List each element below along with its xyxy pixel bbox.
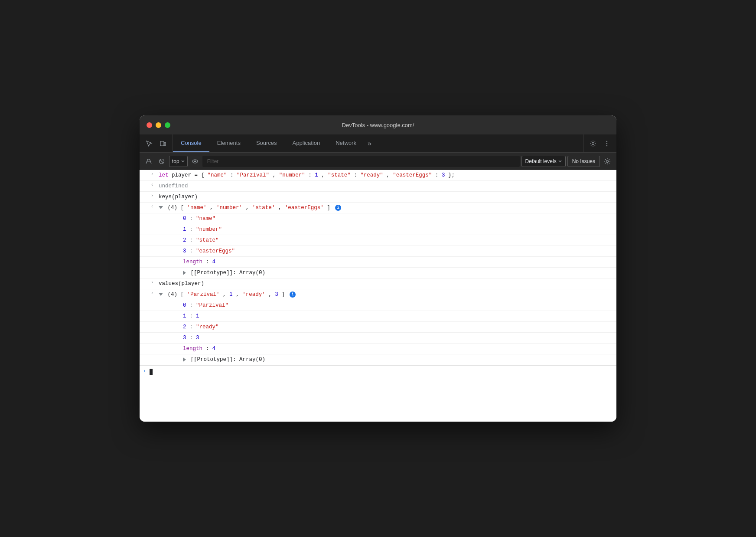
line-content-3: keys(player) xyxy=(157,193,613,201)
array-length-keys: length : 4 xyxy=(140,257,616,268)
array-item-2-state: 2 : "state" xyxy=(140,235,616,246)
inspect-element-icon[interactable] xyxy=(143,138,155,150)
maximize-button[interactable] xyxy=(165,122,170,128)
gutter-11: › xyxy=(140,279,157,286)
chevron-down-icon xyxy=(558,160,562,163)
expand-prototype-values-icon[interactable] xyxy=(183,357,186,362)
console-toolbar: top Default levels No Issues xyxy=(140,153,616,170)
console-output-undefined: ‹ undefined xyxy=(140,181,616,192)
values-length: length : 4 xyxy=(140,344,616,354)
line-content-10: [[Prototype]]: Array(0) xyxy=(166,268,613,277)
values-item-2-ready: 2 : "ready" xyxy=(140,322,616,333)
array-item-1-number: 1 : "number" xyxy=(140,224,616,235)
svg-point-8 xyxy=(194,160,196,162)
line-content-4: (4) [ 'name' , 'number' , 'state' , 'eas… xyxy=(157,203,613,212)
gutter-1: › xyxy=(140,171,157,178)
console-prompt[interactable]: › xyxy=(140,365,616,377)
line-content-2: undefined xyxy=(157,182,613,190)
gutter-2: ‹ xyxy=(140,182,157,189)
tab-application[interactable]: Application xyxy=(285,134,328,152)
close-button[interactable] xyxy=(147,122,152,128)
tabs: Console Elements Sources Application Net… xyxy=(173,134,583,152)
line-content-16: 3 : 3 xyxy=(166,334,613,342)
console-input-3: › values(player) xyxy=(140,278,616,289)
more-tabs-button[interactable]: » xyxy=(364,134,375,152)
line-content-1: let player = { "name" : "Parzival" , "nu… xyxy=(157,171,613,180)
clear-console-icon[interactable] xyxy=(143,156,154,167)
console-array-keys-header: ‹ (4) [ 'name' , 'number' , 'state' , 'e… xyxy=(140,203,616,213)
info-badge[interactable]: i xyxy=(335,205,341,211)
line-content-17: length : 4 xyxy=(166,344,613,353)
line-content-14: 1 : 1 xyxy=(166,312,613,321)
svg-rect-1 xyxy=(164,142,166,146)
traffic-lights xyxy=(147,122,170,128)
prompt-arrow-icon: › xyxy=(143,367,146,376)
tab-right-icons xyxy=(583,134,616,152)
issues-button[interactable]: No Issues xyxy=(567,156,600,167)
tab-left-icons xyxy=(140,134,173,152)
input-arrow: › xyxy=(151,279,153,286)
svg-point-3 xyxy=(606,141,607,141)
line-content-15: 2 : "ready" xyxy=(166,323,613,331)
line-content-9: length : 4 xyxy=(166,258,613,266)
svg-rect-0 xyxy=(160,141,164,146)
tab-console[interactable]: Console xyxy=(173,134,209,152)
log-levels-button[interactable]: Default levels xyxy=(521,156,566,167)
console-input-2: › keys(player) xyxy=(140,192,616,203)
array-item-3-eastereggs: 3 : "easterEggs" xyxy=(140,246,616,257)
line-content-13: 0 : "Parzival" xyxy=(166,301,613,310)
line-content-18: [[Prototype]]: Array(0) xyxy=(166,355,613,364)
console-array-values-header: ‹ (4) [ 'Parzival' , 1 , 'ready' , 3 ] i xyxy=(140,289,616,300)
input-arrow: › xyxy=(151,171,153,178)
device-toolbar-icon[interactable] xyxy=(157,138,169,150)
gutter-12: ‹ xyxy=(140,290,157,297)
line-content-5: 0 : "name" xyxy=(166,214,613,223)
output-arrow: ‹ xyxy=(151,182,153,189)
values-item-0-parzival: 0 : "Parzival" xyxy=(140,300,616,311)
more-options-icon[interactable] xyxy=(601,138,613,150)
input-arrow: › xyxy=(151,193,153,200)
line-content-11: values(player) xyxy=(157,279,613,288)
gutter-3: › xyxy=(140,193,157,200)
array-item-0-name: 0 : "name" xyxy=(140,213,616,224)
output-arrow: ‹ xyxy=(151,203,153,210)
line-content-7: 2 : "state" xyxy=(166,236,613,245)
title-bar: DevTools - www.google.com/ xyxy=(140,115,616,134)
devtools-window: DevTools - www.google.com/ Console Eleme xyxy=(140,115,616,422)
filter-input[interactable] xyxy=(202,156,520,167)
gutter-4: ‹ xyxy=(140,203,157,210)
array-prototype-keys: [[Prototype]]: Array(0) xyxy=(140,268,616,278)
tab-elements[interactable]: Elements xyxy=(209,134,248,152)
console-input-1: › let player = { "name" : "Parzival" , "… xyxy=(140,170,616,181)
console-output: › let player = { "name" : "Parzival" , "… xyxy=(140,170,616,422)
settings-icon[interactable] xyxy=(587,138,599,150)
values-prototype: [[Prototype]]: Array(0) xyxy=(140,354,616,365)
svg-point-5 xyxy=(606,145,607,146)
minimize-button[interactable] xyxy=(156,122,161,128)
line-content-12: (4) [ 'Parzival' , 1 , 'ready' , 3 ] i xyxy=(157,290,613,299)
tab-network[interactable]: Network xyxy=(328,134,364,152)
block-icon[interactable] xyxy=(156,156,167,167)
output-arrow: ‹ xyxy=(151,290,153,297)
settings-gear-icon[interactable] xyxy=(602,156,613,167)
svg-point-2 xyxy=(592,142,594,144)
svg-point-9 xyxy=(606,160,609,162)
info-badge-values[interactable]: i xyxy=(290,291,296,298)
line-content-6: 1 : "number" xyxy=(166,225,613,234)
values-item-3-three: 3 : 3 xyxy=(140,333,616,344)
values-item-1-number: 1 : 1 xyxy=(140,311,616,322)
svg-point-4 xyxy=(606,143,607,144)
collapse-icon[interactable] xyxy=(159,293,163,296)
window-title: DevTools - www.google.com/ xyxy=(342,122,414,128)
tab-sources[interactable]: Sources xyxy=(248,134,285,152)
line-content-8: 3 : "easterEggs" xyxy=(166,247,613,255)
chevron-down-icon xyxy=(181,160,185,163)
expand-prototype-icon[interactable] xyxy=(183,271,186,275)
cursor xyxy=(150,369,153,375)
context-selector[interactable]: top xyxy=(169,156,188,167)
eye-icon[interactable] xyxy=(189,156,201,167)
tab-bar: Console Elements Sources Application Net… xyxy=(140,134,616,153)
collapse-icon[interactable] xyxy=(159,206,163,209)
